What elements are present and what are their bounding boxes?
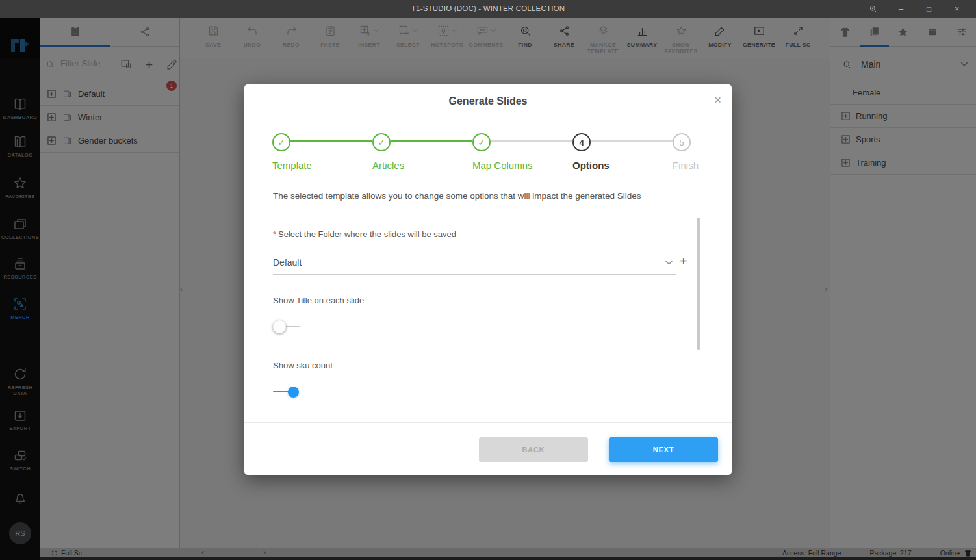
footer-divider	[244, 422, 732, 423]
show-title-toggle[interactable]	[273, 320, 300, 334]
modal-scrollbar-thumb[interactable]	[697, 218, 700, 350]
zoom-icon[interactable]	[859, 0, 887, 18]
show-sku-count-toggle[interactable]	[273, 385, 300, 399]
step-number: 5	[673, 133, 691, 151]
step-template[interactable]: ✓ Template	[272, 133, 370, 171]
maximize-button[interactable]: □	[915, 0, 943, 18]
folder-field-label: *Select the Folder where the slides will…	[273, 229, 456, 239]
show-sku-count-label: Show sku count	[273, 361, 333, 370]
step-check-icon: ✓	[272, 133, 290, 151]
step-finish: 5 Finish	[673, 133, 770, 171]
dialog-title: Generate Slides	[244, 95, 732, 107]
window-title: T1-STUDIO (DOC) - WINTER COLLECTION	[0, 0, 976, 18]
folder-select-value: Default	[273, 257, 665, 268]
step-check-icon: ✓	[472, 133, 491, 151]
minimize-button[interactable]: –	[887, 0, 915, 18]
step-check-icon: ✓	[372, 133, 391, 151]
step-articles[interactable]: ✓ Articles	[372, 133, 470, 171]
generate-slides-dialog: Generate Slides × ✓ Template ✓ Articles …	[244, 84, 732, 475]
add-folder-button[interactable]: +	[680, 255, 687, 268]
required-asterisk: *	[273, 229, 276, 239]
next-button[interactable]: NEXT	[609, 437, 718, 462]
step-connector	[591, 140, 673, 142]
close-icon[interactable]: ×	[714, 94, 721, 106]
folder-select[interactable]: Default	[273, 251, 676, 275]
step-number: 4	[572, 133, 591, 151]
back-button[interactable]: BACK	[479, 437, 588, 462]
show-title-label: Show Title on each slide	[273, 296, 364, 305]
title-bar: T1-STUDIO (DOC) - WINTER COLLECTION – □ …	[0, 0, 976, 18]
step-connector	[391, 140, 472, 142]
close-window-button[interactable]: ×	[943, 0, 971, 18]
chevron-down-icon	[665, 260, 673, 266]
step-connector	[491, 140, 572, 142]
step-map-columns[interactable]: ✓ Map Columns	[472, 133, 570, 171]
step-options[interactable]: 4 Options	[572, 133, 670, 171]
options-description: The selected template allows you to chan…	[273, 191, 641, 201]
step-connector	[290, 140, 372, 142]
